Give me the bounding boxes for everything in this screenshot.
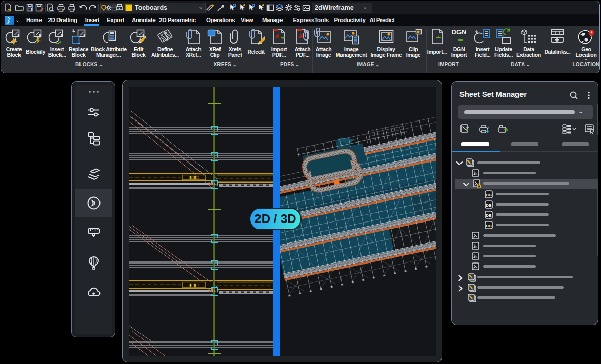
- svg-text:DB: DB: [486, 213, 492, 218]
- svg-text:▮□▮□: ▮□▮□: [189, 175, 199, 180]
- svg-text:▮□▮□: ▮□▮□: [189, 282, 199, 287]
- svg-text:DB: DB: [486, 193, 492, 197]
- svg-text:DB: DB: [486, 203, 492, 208]
- svg-text:DB: DB: [486, 224, 492, 228]
